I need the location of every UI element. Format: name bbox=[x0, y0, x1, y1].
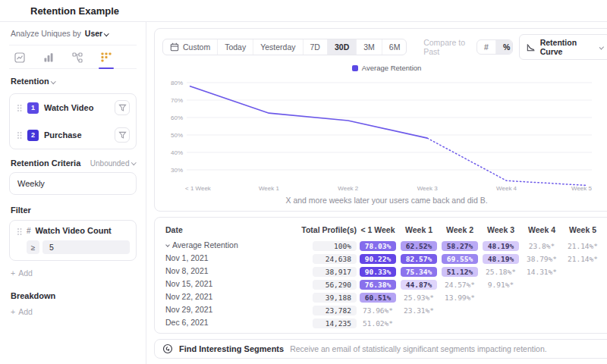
expand-chevron-icon[interactable] bbox=[165, 243, 170, 247]
range-button-today[interactable]: Today bbox=[217, 39, 253, 55]
format-percent-button[interactable]: % bbox=[495, 40, 513, 54]
svg-text:60%: 60% bbox=[171, 115, 183, 121]
drag-handle-icon[interactable] bbox=[17, 228, 19, 230]
retention-cell[interactable]: 51.02%* bbox=[358, 315, 398, 329]
page-title: Retention Example bbox=[30, 5, 119, 17]
retention-cell[interactable]: 25.93%* bbox=[399, 290, 439, 303]
add-filter-button[interactable]: +Add bbox=[9, 261, 137, 285]
chart-caption: X and more weeks later your users came b… bbox=[162, 195, 607, 208]
legend-swatch bbox=[352, 65, 358, 71]
retention-cell[interactable]: 13.99%* bbox=[440, 290, 480, 303]
event-row[interactable]: 1Watch Video bbox=[10, 94, 136, 121]
retention-cell[interactable]: 62.52% bbox=[399, 238, 439, 252]
retention-cell[interactable]: 51.12% bbox=[440, 264, 480, 278]
retention-cell[interactable]: 48.19% bbox=[481, 251, 521, 265]
retention-cell[interactable]: 21.14%* bbox=[563, 251, 602, 265]
tab-insights[interactable] bbox=[14, 52, 26, 68]
retention-cell[interactable]: 90.22% bbox=[358, 251, 398, 265]
retention-cell[interactable]: 90.33% bbox=[358, 264, 398, 278]
retention-cell[interactable]: 38.79%* bbox=[522, 251, 561, 265]
tab-flows[interactable] bbox=[71, 52, 83, 68]
chart-type-dropdown[interactable]: Retention Curve bbox=[519, 34, 607, 60]
row-date[interactable]: Average Retention bbox=[162, 240, 276, 249]
retention-cell[interactable]: 48.19% bbox=[481, 238, 521, 252]
column-header[interactable]: Week 4 bbox=[522, 225, 561, 234]
legend-label: Average Retention bbox=[362, 64, 422, 72]
filter-operator-select[interactable]: ≥ bbox=[27, 240, 39, 254]
retention-cell[interactable]: 60.51% bbox=[358, 290, 398, 303]
format-count-button[interactable]: # bbox=[477, 40, 495, 54]
event-filter-button[interactable] bbox=[115, 100, 130, 115]
range-button-3m[interactable]: 3M bbox=[356, 39, 382, 55]
retention-criteria-label: Retention Criteria bbox=[11, 158, 80, 168]
retention-cell[interactable]: 23.31%* bbox=[399, 303, 439, 316]
svg-text:30%: 30% bbox=[171, 167, 183, 174]
retention-cell[interactable]: 21.14%* bbox=[563, 238, 602, 252]
retention-cell[interactable]: 24.57%* bbox=[440, 277, 480, 290]
filter-property-name[interactable]: Watch Video Count bbox=[36, 226, 112, 235]
drag-handle-icon[interactable] bbox=[17, 132, 19, 133]
event-index-badge: 1 bbox=[27, 102, 39, 114]
find-segments-icon bbox=[162, 344, 173, 354]
range-button-7d[interactable]: 7D bbox=[303, 39, 327, 55]
funnel-icon bbox=[118, 104, 127, 112]
date-range-group: CustomTodayYesterday7D30D3M6M12M bbox=[162, 39, 407, 55]
column-header[interactable]: Week 1 bbox=[399, 225, 439, 234]
retention-cell[interactable]: 25.18%* bbox=[481, 264, 521, 278]
retention-cell[interactable]: 44.87% bbox=[399, 277, 439, 290]
retention-curve-chart: 80%70%60%50%40%30%< 1 WeekWeek 1Week 2We… bbox=[162, 72, 592, 195]
tab-funnels[interactable] bbox=[42, 52, 55, 68]
retention-cell[interactable]: 69.55% bbox=[440, 251, 480, 265]
table-row: Dec 6, 202114,23551.02%* bbox=[162, 315, 607, 328]
column-header[interactable]: < 1 Week bbox=[358, 225, 398, 234]
retention-cell[interactable]: 73.96%* bbox=[358, 303, 398, 316]
value-format-toggle: #% bbox=[476, 39, 513, 55]
row-total-profiles: 100% bbox=[276, 238, 357, 252]
event-name: Watch Video bbox=[44, 103, 109, 112]
range-button-yesterday[interactable]: Yesterday bbox=[253, 39, 302, 55]
retention-cell[interactable]: 23.8%* bbox=[522, 238, 561, 252]
filter-value-input[interactable]: 5 bbox=[42, 240, 130, 254]
analyze-uniques-dropdown[interactable]: User bbox=[85, 29, 109, 38]
column-header[interactable]: Date bbox=[162, 225, 276, 234]
criteria-interval-select[interactable]: Weekly bbox=[9, 172, 137, 195]
svg-text:50%: 50% bbox=[171, 132, 183, 139]
row-date: Nov 1, 2021 bbox=[162, 253, 276, 262]
range-button-custom[interactable]: Custom bbox=[163, 39, 217, 55]
event-filter-button[interactable] bbox=[115, 127, 130, 143]
compare-to-past-button[interactable]: Compare to Past bbox=[423, 38, 476, 56]
unbounded-dropdown[interactable]: Unbounded bbox=[90, 159, 135, 168]
event-row[interactable]: 2Purchase bbox=[10, 121, 136, 149]
titlebar: Retention Example bbox=[0, 0, 607, 21]
range-button-30d[interactable]: 30D bbox=[327, 39, 356, 55]
column-header[interactable]: Week 5 bbox=[563, 225, 602, 234]
retention-table-panel: DateTotal Profile(s)< 1 WeekWeek 1Week 2… bbox=[154, 217, 607, 334]
svg-text:< 1 Week: < 1 Week bbox=[185, 185, 212, 192]
flows-icon bbox=[71, 52, 83, 64]
retention-cell[interactable]: 78.03% bbox=[358, 238, 398, 252]
events-card: 1Watch Video2Purchase bbox=[9, 93, 137, 149]
row-date: Nov 22, 2021 bbox=[162, 292, 276, 301]
find-segments-bar[interactable]: Find Interesting Segments Receive an ema… bbox=[154, 339, 607, 359]
analyze-uniques-label: Analyze Uniques by bbox=[11, 29, 81, 38]
add-breakdown-button[interactable]: +Add bbox=[9, 306, 137, 324]
table-row: Nov 8, 202138,91790.33%75.34%51.12%25.18… bbox=[162, 264, 607, 277]
retention-cell[interactable]: 14.31%* bbox=[522, 264, 561, 278]
column-header[interactable]: Week 2 bbox=[440, 225, 480, 234]
table-header-row: DateTotal Profile(s)< 1 WeekWeek 1Week 2… bbox=[162, 221, 607, 238]
range-button-6m[interactable]: 6M bbox=[382, 39, 407, 55]
table-row: Nov 29, 202123,78273.96%*23.31%* bbox=[162, 303, 607, 315]
svg-text:80%: 80% bbox=[171, 80, 183, 86]
column-header[interactable]: Total Profile(s) bbox=[276, 225, 357, 234]
funnels-icon bbox=[42, 52, 55, 64]
retention-cell[interactable]: 76.38% bbox=[358, 277, 398, 290]
insights-icon bbox=[14, 52, 26, 64]
retention-cell[interactable]: 82.57% bbox=[399, 251, 439, 265]
retention-section-toggle[interactable]: Retention bbox=[9, 69, 137, 93]
tab-retention[interactable] bbox=[100, 52, 112, 68]
retention-cell[interactable]: 9.91%* bbox=[481, 277, 521, 290]
retention-cell[interactable]: 58.27% bbox=[440, 238, 480, 252]
retention-cell[interactable]: 75.34% bbox=[399, 264, 439, 278]
drag-handle-icon[interactable] bbox=[17, 105, 19, 106]
column-header[interactable]: Week 3 bbox=[481, 225, 521, 234]
